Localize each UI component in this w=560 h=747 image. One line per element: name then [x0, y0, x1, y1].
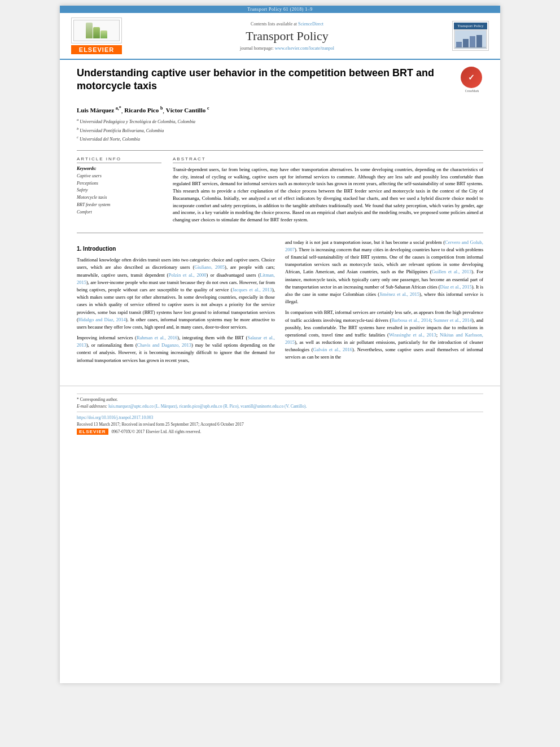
affil-b: b Universidad Pontificia Bolivariana, Co…: [77, 126, 483, 134]
article-info-column: ARTICLE INFO Keywords: Captive users Per…: [77, 156, 161, 224]
chavis-ref[interactable]: Chavis and Daganzo, 2013: [137, 342, 191, 348]
corresponding-author-note: * Corresponding author.: [77, 397, 483, 402]
doi-line: https://doi.org/10.1016/j.tranpol.2017.1…: [77, 415, 483, 420]
nikitas-ref[interactable]: Nikitas and Karlsson, 2015: [285, 332, 483, 345]
keyword-3: Safety: [77, 187, 161, 194]
footer-separator-2: [77, 412, 483, 412]
jacques-ref[interactable]: Jacques et al., 2013: [233, 287, 272, 292]
svg-rect-2: [463, 39, 469, 47]
journal-homepage: journal homepage: www.elsevier.com/locat…: [122, 46, 452, 51]
intro-para-1: Traditional knowledge often divides tran…: [77, 256, 275, 331]
journal-top-bar: Transport Policy 61 (2018) 1–9: [60, 6, 500, 13]
email-note: E-mail addresses: luis.marquez@uptc.edu.…: [77, 404, 483, 409]
doi-link[interactable]: https://doi.org/10.1016/j.tranpol.2017.1…: [77, 415, 153, 420]
keyword-6: Comfort: [77, 209, 161, 216]
wirasinghe-ref[interactable]: Wirasinghe et al., 2013: [389, 332, 436, 338]
sciencedirect-link[interactable]: ScienceDirect: [298, 21, 323, 27]
thumb-journal-title: Transport Policy: [454, 23, 487, 29]
cervero-ref[interactable]: Cervero and Golub, 2007: [285, 239, 483, 252]
guillen-ref[interactable]: Guillen et al., 2013: [432, 269, 472, 274]
crossmark-badge: ✓ CrossMark: [461, 67, 483, 93]
abstract-column: ABSTRACT Transit-dependent users, far fr…: [173, 156, 483, 224]
abstract-label: ABSTRACT: [173, 156, 483, 163]
keyword-2: Perceptions: [77, 180, 161, 187]
keywords-list: Captive users Perceptions Safety Motorcy…: [77, 173, 161, 216]
copyright-line: ELSEVIER 0967-070X/© 2017 Elsevier Ltd. …: [77, 429, 483, 435]
email-addresses[interactable]: luis.marquez@uptc.edu.co (L. Márquez), r…: [108, 404, 307, 409]
thumb-image: [454, 29, 487, 49]
article-content: Understanding captive user behavior in t…: [60, 60, 500, 379]
article-info-label: ARTICLE INFO: [77, 156, 161, 163]
svg-rect-4: [476, 35, 482, 47]
diaz-ref[interactable]: Díaz et al., 2015: [440, 284, 472, 290]
section-1-heading: 1. Introduction: [77, 244, 275, 254]
polzin-ref[interactable]: Polzin et al., 2000: [168, 272, 206, 278]
article-footer: * Corresponding author. E-mail addresses…: [60, 386, 500, 439]
elsevier-name: ELSEVIER: [71, 45, 122, 54]
keywords-title: Keywords:: [77, 166, 161, 171]
article-body: 1. Introduction Traditional knowledge of…: [77, 233, 483, 368]
title-section: Understanding captive user behavior in t…: [77, 67, 483, 101]
affiliations: a Universidad Pedagógica y Tecnológica d…: [77, 117, 483, 143]
journal-thumbnail: Transport Policy: [452, 21, 489, 51]
keyword-4: Motorcycle taxis: [77, 194, 161, 202]
intro-para-2: Improving informal services (Rahman et a…: [77, 334, 275, 364]
intro-para-3: and today it is not just a transportatio…: [285, 239, 483, 306]
body-col-right: and today it is not just a transportatio…: [285, 239, 483, 368]
header-center: Contents lists available at ScienceDirec…: [122, 21, 452, 51]
journal-url[interactable]: www.elsevier.com/locate/tranpol: [275, 46, 334, 51]
elsevier-logo-image: [71, 18, 122, 43]
academic-paper-page: Transport Policy 61 (2018) 1–9 ELSEVIER …: [60, 6, 500, 683]
svg-rect-1: [456, 42, 462, 47]
rahman-ref[interactable]: Rahman et al., 2016: [137, 335, 177, 340]
sumner-ref[interactable]: Sumner et al., 2014: [434, 317, 472, 323]
crossmark-label: CrossMark: [461, 89, 483, 93]
keyword-1: Captive users: [77, 173, 161, 180]
galvan-ref[interactable]: Galván et al., 2016: [313, 347, 352, 352]
affil-c: c Universidad del Norte, Colombia: [77, 134, 483, 143]
hidalgo-ref[interactable]: Hidalgo and Díaz, 2014: [78, 317, 126, 322]
svg-rect-3: [470, 36, 475, 47]
body-col-left: 1. Introduction Traditional knowledge of…: [77, 239, 275, 368]
article-title-area: Understanding captive user behavior in t…: [77, 67, 455, 98]
barbosa-ref[interactable]: Barbosa et al., 2014: [391, 317, 431, 323]
keyword-5: BRT feeder system: [77, 202, 161, 209]
body-columns: 1. Introduction Traditional knowledge of…: [77, 239, 483, 368]
jimenez-ref[interactable]: Jiménez et al., 2015: [379, 291, 419, 297]
received-line: Received 13 March 2017; Received in revi…: [77, 422, 483, 427]
footer-separator: [77, 394, 483, 394]
authors-line: Luis Márquez a,*, Ricardo Pico b, Víctor…: [77, 106, 483, 114]
author-2: Ricardo Pico b: [124, 107, 163, 113]
abstract-text: Transit-dependent users, far from being …: [173, 166, 483, 224]
info-abstract-section: ARTICLE INFO Keywords: Captive users Per…: [77, 150, 483, 224]
journal-header: ELSEVIER Contents lists available at Sci…: [60, 13, 500, 60]
crossmark-icon: ✓: [461, 67, 482, 88]
journal-citation: Transport Policy 61 (2018) 1–9: [247, 7, 313, 12]
author-3: Víctor Cantillo c: [166, 107, 209, 113]
intro-para-4: In comparison with BRT, informal service…: [285, 309, 483, 361]
giuliano-ref[interactable]: Giuliano, 2005: [194, 264, 225, 270]
contents-available: Contents lists available at ScienceDirec…: [122, 21, 452, 27]
author-1: Luis Márquez a,*: [77, 107, 121, 113]
article-title: Understanding captive user behavior in t…: [77, 67, 455, 93]
affil-a: a Universidad Pedagógica y Tecnológica d…: [77, 117, 483, 125]
elsevier-logo: ELSEVIER: [71, 18, 122, 54]
elsevier-footer-brand: ELSEVIER: [77, 429, 108, 435]
journal-title: Transport Policy: [122, 29, 452, 43]
